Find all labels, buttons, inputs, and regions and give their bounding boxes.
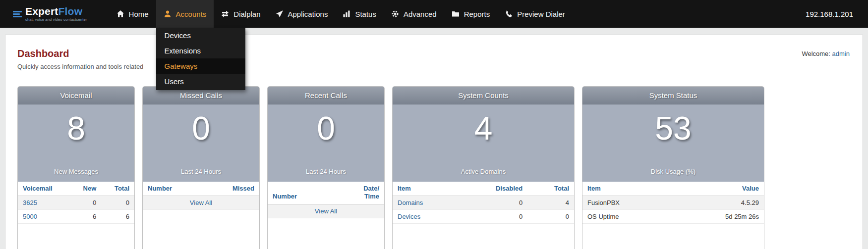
- table-row: FusionPBX 4.5.29: [582, 196, 764, 210]
- page-title: Dashboard: [17, 48, 851, 59]
- dropdown-item-gateways[interactable]: Gateways: [156, 58, 245, 74]
- column-header: Number: [268, 182, 334, 204]
- page-subtitle: Quickly access information and tools rel…: [17, 63, 851, 70]
- card-title: System Counts: [393, 87, 574, 104]
- menu-item-reports[interactable]: Reports: [444, 0, 498, 28]
- menu-item-home[interactable]: Home: [109, 0, 156, 28]
- card-number-label: Last 24 Hours: [268, 168, 384, 175]
- dropdown-item-users[interactable]: Users: [156, 74, 245, 89]
- menu-item-dialplan[interactable]: Dialplan: [214, 0, 268, 28]
- accounts-dropdown: Devices Extensions Gateways Users: [156, 28, 245, 90]
- count-item-link[interactable]: Domains: [398, 199, 423, 206]
- navbar: ExpertFlow chat, voice and video contact…: [0, 0, 868, 28]
- welcome-user-link[interactable]: admin: [832, 50, 850, 57]
- column-header: Total: [527, 182, 574, 196]
- phone-icon: [505, 10, 513, 18]
- table-row: View All: [143, 196, 259, 210]
- card-system-status: System Status 53 Disk Usage (%) Item Val…: [582, 86, 764, 249]
- card-number: 53: [582, 111, 764, 146]
- logo-tagline: chat, voice and video contactcenter: [25, 18, 87, 22]
- content-panel: Dashboard Quickly access information and…: [5, 35, 863, 249]
- menu-item-advanced[interactable]: Advanced: [384, 0, 444, 28]
- count-item-link[interactable]: Devices: [398, 213, 420, 220]
- card-system-counts: System Counts 4 Active Domains Item Disa…: [392, 86, 575, 249]
- card-title: Voicemail: [18, 87, 134, 104]
- column-header: Date/ Time: [334, 182, 384, 204]
- table-row: 5000 6 6: [18, 210, 134, 224]
- home-icon: [116, 10, 124, 18]
- table-row: View All: [268, 204, 384, 218]
- menu-item-accounts[interactable]: Accounts Devices Extensions Gateways Use…: [156, 0, 214, 28]
- card-number-label: Last 24 Hours: [143, 168, 259, 175]
- card-voicemail: Voicemail 8 New Messages Voicemail New T…: [17, 86, 135, 249]
- reports-icon: [452, 10, 460, 18]
- card-number-label: New Messages: [18, 168, 134, 175]
- card-number-label: Active Domains: [393, 168, 574, 175]
- table-row: 3625 0 0: [18, 196, 134, 210]
- user-icon: [164, 10, 172, 18]
- view-all-link[interactable]: View All: [315, 207, 337, 215]
- column-header: New: [70, 182, 101, 196]
- table-row: OS Uptime 5d 25m 26s: [582, 210, 764, 224]
- welcome-text: Welcome: admin: [802, 50, 850, 57]
- card-number-label: Disk Usage (%): [582, 168, 764, 175]
- card-recent-calls: Recent Calls 0 Last 24 Hours Number Date…: [267, 86, 385, 249]
- card-title: Recent Calls: [268, 87, 384, 104]
- status-icon: [343, 10, 350, 18]
- column-header: Number: [143, 182, 203, 196]
- main-menu: Home Accounts Devices Extensions Gateway…: [109, 0, 573, 28]
- app-logo[interactable]: ExpertFlow chat, voice and video contact…: [13, 0, 87, 28]
- dropdown-item-extensions[interactable]: Extensions: [156, 43, 245, 58]
- card-number: 0: [268, 111, 384, 146]
- column-header: Missed: [203, 182, 259, 196]
- dropdown-item-devices[interactable]: Devices: [156, 28, 245, 43]
- menu-item-preview-dialer[interactable]: Preview Dialer: [497, 0, 573, 28]
- column-header: Item: [582, 182, 672, 196]
- dashboard-cards: Voicemail 8 New Messages Voicemail New T…: [17, 86, 851, 249]
- menu-item-applications[interactable]: Applications: [268, 0, 336, 28]
- view-all-link[interactable]: View All: [190, 199, 212, 206]
- table-row: Domains 0 4: [393, 196, 574, 210]
- server-address: 192.168.1.201: [806, 0, 853, 28]
- card-number: 8: [18, 111, 134, 146]
- voicemail-link[interactable]: 3625: [23, 199, 37, 206]
- column-header: Voicemail: [18, 182, 70, 196]
- menu-item-status[interactable]: Status: [335, 0, 384, 28]
- column-header: Total: [101, 182, 134, 196]
- logo-text: ExpertFlow: [25, 6, 87, 16]
- table-row: Devices 0 0: [393, 210, 574, 224]
- card-number: 4: [393, 111, 574, 146]
- voicemail-link[interactable]: 5000: [23, 213, 37, 220]
- card-missed-calls: Missed Calls 0 Last 24 Hours Number Miss…: [142, 86, 260, 249]
- card-title: System Status: [582, 87, 764, 104]
- applications-icon: [276, 10, 284, 18]
- gear-icon: [391, 10, 399, 18]
- logo-icon: [13, 9, 22, 18]
- card-number: 0: [143, 111, 259, 146]
- column-header: Value: [672, 182, 764, 196]
- dialplan-icon: [221, 10, 229, 18]
- column-header: Disabled: [459, 182, 527, 196]
- column-header: Item: [393, 182, 459, 196]
